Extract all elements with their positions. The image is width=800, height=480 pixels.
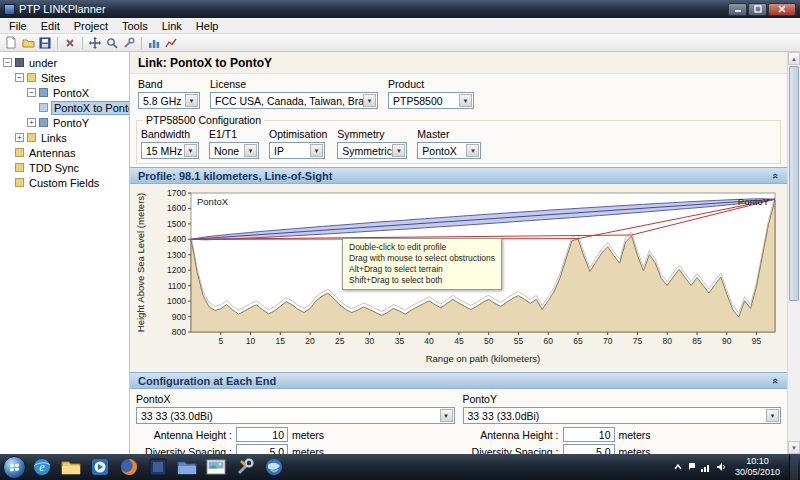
tree-item-pontox-to-pontoy[interactable]: PontoX to PontoY [0,100,129,115]
linkplanner-icon[interactable] [232,455,258,479]
antenna-height-input[interactable] [563,427,615,442]
chevron-down-icon[interactable]: ▼ [244,144,257,157]
master-value: PontoX [422,145,456,157]
product-select[interactable]: PTP58500 ▼ [388,92,474,109]
app-icon[interactable] [145,455,171,479]
maximize-button[interactable] [748,3,767,16]
diversity-spacing-input[interactable] [236,444,288,454]
menu-item-help[interactable]: Help [189,19,226,33]
tree-item-label[interactable]: TDD Sync [27,162,81,174]
tree-item-links[interactable]: +Links [0,130,129,145]
unit-label: meters [619,429,651,441]
antenna-select-pontox[interactable]: 33 33 (33.0dBi) ▼ [136,407,455,424]
menu-item-edit[interactable]: Edit [34,19,67,33]
tree-item-under[interactable]: −under [0,55,129,70]
firefox-icon[interactable] [116,455,142,479]
documents-icon[interactable] [174,455,200,479]
chevron-down-icon[interactable]: ▼ [185,94,198,107]
unit-label: meters [292,429,324,441]
new-file-icon[interactable] [4,36,18,50]
expand-icon[interactable]: + [15,133,24,142]
e1t1-select[interactable]: None ▼ [209,142,259,159]
zoom-icon[interactable] [105,36,119,50]
scrollbar-thumb[interactable] [789,66,799,301]
performance-icon[interactable] [164,36,178,50]
chevron-down-icon[interactable]: ▼ [766,409,779,422]
open-project-icon[interactable] [21,36,35,50]
tree-item-label[interactable]: under [27,57,59,69]
tree-item-tdd-sync[interactable]: TDD Sync [0,160,129,175]
profile-chart[interactable]: 5101520253035404550556065707580859095800… [130,184,787,372]
tree-item-sites[interactable]: −Sites [0,70,129,85]
collapse-section-icon[interactable]: « [770,172,782,178]
chevron-down-icon[interactable]: ▼ [184,144,197,157]
chevron-down-icon[interactable]: ▼ [363,94,376,107]
tree-item-label[interactable]: PontoX to PontoY [51,101,130,115]
clock[interactable]: 10:10 30/05/2010 [731,456,784,478]
svg-text:1200: 1200 [167,265,186,275]
tree-item-pontox[interactable]: −PontoX [0,85,129,100]
antenna-height-label: Antenna Height : [136,429,232,441]
pan-icon[interactable] [88,36,102,50]
volume-icon[interactable] [716,462,726,472]
google-earth-icon[interactable] [261,455,287,479]
collapse-icon[interactable]: − [3,58,12,67]
scroll-down-button[interactable]: ▼ [788,441,800,454]
close-button[interactable] [768,3,796,16]
symmetry-select[interactable]: Symmetric ▼ [337,142,407,159]
svg-text:5: 5 [218,336,223,346]
report-icon[interactable] [147,36,161,50]
tree-item-label[interactable]: Custom Fields [27,177,101,189]
profile-section-header[interactable]: Profile: 98.1 kilometers, Line-of-Sight … [130,167,787,184]
tree-item-label[interactable]: Antennas [27,147,77,159]
menu-item-tools[interactable]: Tools [115,19,155,33]
chevron-down-icon[interactable]: ▼ [310,144,323,157]
chevron-down-icon[interactable]: ▼ [392,144,405,157]
start-button[interactable] [3,456,26,479]
save-icon[interactable] [38,36,52,50]
menu-item-link[interactable]: Link [155,19,189,33]
network-icon[interactable] [701,463,711,472]
tree-item-custom-fields[interactable]: Custom Fields [0,175,129,190]
tree-item-label[interactable]: PontoX [51,87,91,99]
explorer-icon[interactable] [58,455,84,479]
symmetry-label: Symmetry [337,128,407,140]
antenna-select-pontoy[interactable]: 33 33 (33.0dBi) ▼ [463,407,782,424]
tree-item-label[interactable]: PontoY [51,117,91,129]
minimize-button[interactable] [728,3,747,16]
preferences-icon[interactable] [122,36,136,50]
diversity-spacing-input[interactable] [563,444,615,454]
vertical-scrollbar[interactable]: ▲ ▼ [787,52,800,454]
tree-item-label[interactable]: Sites [39,72,67,84]
collapse-icon[interactable]: − [27,88,36,97]
menu-item-project[interactable]: Project [67,19,115,33]
action-center-icon[interactable] [687,462,696,472]
license-select[interactable]: FCC USA, Canada, Taiwan, Brazil ▼ [210,92,378,109]
antenna-height-input[interactable] [236,427,288,442]
optimisation-select[interactable]: IP ▼ [269,142,325,159]
menu-item-file[interactable]: File [2,19,34,33]
chevron-down-icon[interactable]: ▼ [459,94,472,107]
image-viewer-icon[interactable] [203,455,229,479]
band-select[interactable]: 5.8 GHz ▼ [138,92,200,109]
toolbar-separator [57,37,58,49]
tree-item-label[interactable]: Links [39,132,69,144]
chevron-down-icon[interactable]: ▼ [466,144,479,157]
tree-item-pontoy[interactable]: +PontoY [0,115,129,130]
show-desktop-button[interactable] [789,454,798,480]
hidden-icons-button[interactable] [674,463,682,471]
collapse-icon[interactable]: − [15,73,24,82]
each-end-section-header[interactable]: Configuration at Each End « [130,372,787,389]
svg-text:65: 65 [573,336,583,346]
expand-icon[interactable]: + [27,118,36,127]
scroll-up-button[interactable]: ▲ [788,52,800,65]
master-select[interactable]: PontoX ▼ [417,142,481,159]
delete-icon[interactable] [63,36,77,50]
ie-icon[interactable]: e [29,455,55,479]
media-player-icon[interactable] [87,455,113,479]
chevron-down-icon[interactable]: ▼ [440,409,453,422]
bandwidth-select[interactable]: 15 MHz ▼ [141,142,199,159]
collapse-section-icon[interactable]: « [770,377,782,383]
tree-item-antennas[interactable]: Antennas [0,145,129,160]
link-icon [39,103,48,112]
